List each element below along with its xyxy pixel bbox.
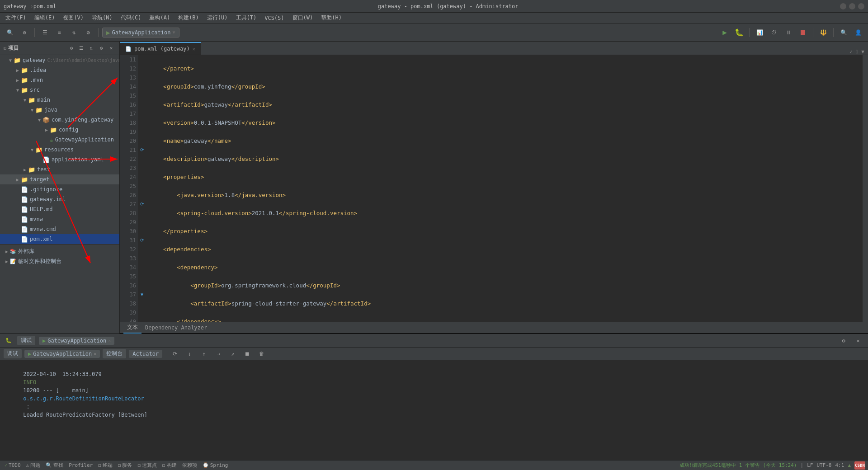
run-button[interactable]: ▶ <box>718 26 731 39</box>
menu-view[interactable]: 视图(V) <box>59 13 87 23</box>
right-scrollbar[interactable] <box>863 55 868 322</box>
menu-run[interactable]: 运行(U) <box>203 13 231 23</box>
menu-vcs[interactable]: VCS(S) <box>261 14 288 22</box>
maximize-button[interactable]: □ <box>849 3 855 9</box>
debug-settings-btn[interactable]: ⚙ <box>837 334 850 347</box>
services-icon: ◻ <box>118 462 121 468</box>
gutter-icon-27[interactable]: ⟳ <box>138 200 146 209</box>
toolbar-search-everywhere[interactable]: 🔍 <box>4 26 16 39</box>
csdn-badge[interactable]: CSDN <box>854 461 865 470</box>
toolbar-profile[interactable]: ⏱ <box>768 26 780 39</box>
sidebar-action-settings[interactable]: ⚙ <box>67 44 76 53</box>
debug-restart-btn[interactable]: ⟳ <box>169 348 181 360</box>
tree-item-help[interactable]: ▶ 📄 HELP.md <box>0 204 119 214</box>
close-button[interactable]: ✕ <box>858 3 864 9</box>
console-run-tab[interactable]: ▶ GatewayApplication ✕ <box>24 350 100 358</box>
debug-step-into[interactable]: ↑ <box>198 348 210 360</box>
find-item[interactable]: 🔍 查找 <box>44 462 65 469</box>
tab-dependency-analyzer[interactable]: Dependency Analyzer <box>142 322 211 334</box>
debug-run-cursor[interactable]: ↗ <box>226 348 239 360</box>
debug-close-btn[interactable]: ✕ <box>852 334 864 347</box>
tree-item-package[interactable]: ▼ 📦 com.yinfeng.gateway <box>0 115 119 125</box>
toolbar-coverage[interactable]: 📊 <box>753 26 766 39</box>
minimize-button[interactable]: ─ <box>840 3 846 9</box>
debug-clear[interactable]: 🗑 <box>255 348 268 360</box>
toolbar-gear[interactable]: ⚙ <box>82 26 94 39</box>
git-branch-icon[interactable]: ▲ <box>848 462 851 468</box>
debug-tab-close[interactable]: ✕ <box>108 338 111 343</box>
deps-item[interactable]: 依赖项 <box>180 462 199 469</box>
run-configuration[interactable]: ▶ GatewayApplication ▼ <box>102 28 179 38</box>
issues-item[interactable]: ⚠ 问题 <box>24 462 42 469</box>
tree-item-gateway-app[interactable]: ▶ ☕ GatewayApplication <box>0 135 119 145</box>
menu-tools[interactable]: 工具(T) <box>232 13 260 23</box>
external-libraries-header[interactable]: ▶ 📚 外部库 <box>0 246 119 256</box>
sidebar-collapse-icon[interactable]: ⊞ <box>4 46 6 51</box>
menu-navigate[interactable]: 导航(N) <box>88 13 116 23</box>
actuator-tab[interactable]: Actuator <box>129 350 162 358</box>
tree-item-application-yaml[interactable]: ▶ 📄 application.yaml <box>0 155 119 164</box>
tree-item-mvnw[interactable]: ▶ 📄 mvnw <box>0 214 119 224</box>
tree-item-target[interactable]: ▶ 📁 target <box>0 174 119 184</box>
scratch-header[interactable]: ▶ 📝 临时文件和控制台 <box>0 256 119 266</box>
tree-item-java[interactable]: ▼ 📁 java <box>0 105 119 115</box>
toolbar-pause[interactable]: ⏸ <box>782 26 795 39</box>
tree-item-test[interactable]: ▶ 📁 test <box>0 164 119 174</box>
sidebar-action-menu[interactable]: ☰ <box>77 44 86 53</box>
editor-tab-pom-xml[interactable]: 📄 pom.xml (gateway) ✕ <box>120 42 201 55</box>
gutter-icon-21[interactable]: ⟳ <box>138 146 146 155</box>
stop-button[interactable]: ⏹ <box>797 26 809 39</box>
gutter-icon-31[interactable]: ⟳ <box>138 236 146 245</box>
tree-item-src[interactable]: ▼ 📁 src <box>0 85 119 95</box>
debug-tab-debug[interactable]: 调试 <box>17 336 35 345</box>
debug-step-over[interactable]: ↓ <box>183 348 196 360</box>
console-tab[interactable]: 控制台 <box>103 349 126 358</box>
tree-item-gitignore[interactable]: ▶ 📄 .gitignore <box>0 184 119 194</box>
debug-button[interactable]: 🐛 <box>733 26 745 39</box>
terminal-item[interactable]: ◻ 终端 <box>96 462 114 469</box>
menu-build[interactable]: 构建(B) <box>175 13 203 23</box>
console-tab-close[interactable]: ✕ <box>94 351 96 356</box>
build-item[interactable]: ◻ 构建 <box>160 462 179 469</box>
tree-item-idea[interactable]: ▶ 📁 .idea <box>0 65 119 75</box>
debug-tab-gateway-app[interactable]: ▶ GatewayApplication ✕ <box>39 337 114 345</box>
run-dashboard-item[interactable]: ◻ 运算点 <box>136 462 159 469</box>
tree-item-mvnw-cmd[interactable]: ▶ 📄 mvnw.cmd <box>0 224 119 234</box>
tree-item-mvn[interactable]: ▶ 📁 .mvn <box>0 75 119 85</box>
menu-file[interactable]: 文件(F) <box>2 13 30 23</box>
tree-item-pom-xml[interactable]: ▶ 📄 pom.xml <box>0 234 119 244</box>
tree-item-main[interactable]: ▼ 📁 main <box>0 95 119 105</box>
menu-code[interactable]: 代码(C) <box>117 13 145 23</box>
toolbar-user[interactable]: 👤 <box>852 26 864 39</box>
menu-edit[interactable]: 编辑(E) <box>31 13 59 23</box>
code-content[interactable]: </parent> <groupId>com.yinfeng</groupId>… <box>146 55 863 322</box>
sidebar-action-close[interactable]: ✕ <box>107 44 116 53</box>
debug-stop[interactable]: ⏹ <box>241 348 254 360</box>
debug-step-out[interactable]: → <box>212 348 225 360</box>
tab-close-pom[interactable]: ✕ <box>193 47 195 52</box>
tree-item-resources[interactable]: ▼ 📁 resources <box>0 145 119 155</box>
menu-window[interactable]: 窗口(W) <box>289 13 317 23</box>
tree-item-config[interactable]: ▶ 📁 config <box>0 125 119 135</box>
menu-refactor[interactable]: 重构(A) <box>146 13 174 23</box>
tree-item-gateway[interactable]: ▼ 📁 gateway C:\Users\admin\Desktop\java\… <box>0 55 119 65</box>
status-utf8[interactable]: UTF-8 <box>816 462 831 468</box>
profiler-item[interactable]: Profiler <box>67 462 94 468</box>
menu-help[interactable]: 帮助(H) <box>317 13 345 23</box>
toolbar-list[interactable]: ≡ <box>53 26 66 39</box>
toolbar-search[interactable]: 🔍 <box>837 26 850 39</box>
console-debug-tab[interactable]: 调试 <box>4 349 22 358</box>
services-item[interactable]: ◻ 服务 <box>116 462 134 469</box>
toolbar-sort[interactable]: ⇅ <box>67 26 80 39</box>
toolbar-git[interactable]: 🔱 <box>817 26 830 39</box>
sidebar-action-gear[interactable]: ⚙ <box>97 44 106 53</box>
toolbar-menu[interactable]: ☰ <box>38 26 51 39</box>
spring-item[interactable]: ⌚ Spring <box>201 462 230 468</box>
build-label: 构建 <box>167 462 177 469</box>
toolbar-settings[interactable]: ⚙ <box>18 26 31 39</box>
todo-item[interactable]: ✓ TODO <box>3 462 23 468</box>
sidebar-action-sort[interactable]: ⇅ <box>87 44 96 53</box>
tab-text[interactable]: 文本 <box>123 322 142 334</box>
tree-item-iml[interactable]: ▶ 📄 gateway.iml <box>0 194 119 204</box>
status-lf[interactable]: LF <box>807 462 813 468</box>
